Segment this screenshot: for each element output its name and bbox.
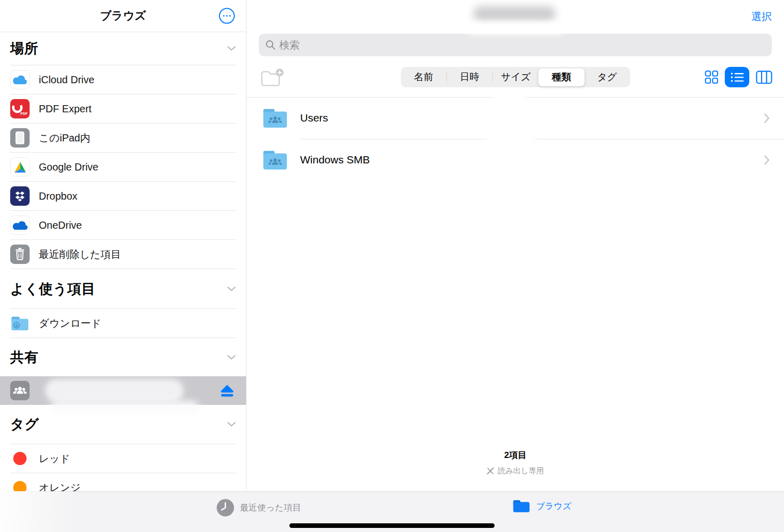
tab-recents[interactable]: 最近使った項目	[216, 499, 301, 517]
sidebar-item-recently-deleted[interactable]: 最近削除した項目	[0, 240, 246, 269]
sidebar-item-dropbox[interactable]: Dropbox	[0, 182, 246, 210]
sidebar-item-google-drive[interactable]: Google Drive	[0, 153, 246, 181]
sort-segment-size[interactable]: サイズ	[493, 67, 538, 87]
dropbox-icon	[10, 186, 30, 206]
item-label: 最近削除した項目	[39, 248, 121, 261]
sidebar: ブラウズ 場所 iCloud Drive PDF PDF Expert	[0, 0, 247, 491]
ipad-icon	[10, 128, 30, 148]
home-indicator[interactable]	[289, 523, 495, 528]
item-label: OneDrive	[39, 220, 82, 231]
tab-browse-selected[interactable]: ブラウズ	[512, 499, 572, 514]
section-label-locations: 場所	[10, 39, 38, 58]
file-name: Windows SMB	[300, 154, 764, 166]
icloud-drive-icon	[10, 70, 30, 89]
readonly-pencil-slash-icon	[486, 467, 495, 475]
section-label-tags: タグ	[10, 415, 39, 433]
pdf-expert-icon: PDF	[10, 99, 30, 118]
new-folder-button[interactable]	[260, 68, 284, 90]
sidebar-titlebar: ブラウズ	[0, 0, 246, 32]
readonly-status: 読み出し専用	[247, 466, 784, 476]
tabbar-fade	[0, 491, 77, 532]
readonly-label: 読み出し専用	[498, 466, 544, 476]
sidebar-item-shared-server[interactable]	[0, 376, 246, 405]
item-label: ダウンロード	[39, 317, 101, 330]
more-options-button[interactable]	[219, 8, 235, 24]
red-tag-icon	[10, 449, 30, 468]
sort-segment-kind[interactable]: 種類	[538, 67, 584, 87]
item-label: PDF Expert	[39, 103, 91, 115]
item-label: このiPad内	[39, 131, 90, 145]
toolbar: 名前 日時 サイズ 種類 タグ	[247, 65, 784, 89]
item-label: iCloud Drive	[39, 74, 94, 86]
redacted-window-title	[473, 6, 556, 21]
redacted-server-name	[45, 379, 184, 402]
sidebar-item-tag-red[interactable]: レッド	[0, 444, 246, 473]
section-label-shared: 共有	[10, 348, 38, 367]
view-switcher	[705, 67, 772, 87]
sidebar-item-this-ipad[interactable]: このiPad内	[0, 124, 246, 152]
shared-server-icon	[10, 381, 30, 400]
main-content: 選択 名前 日時 サイズ	[247, 0, 784, 491]
sidebar-item-onedrive[interactable]: OneDrive	[0, 211, 246, 239]
item-count: 2項目	[247, 449, 784, 461]
onedrive-icon	[10, 215, 30, 235]
chevron-down-icon[interactable]	[227, 422, 236, 427]
tab-label: 最近使った項目	[240, 502, 301, 514]
tab-bar: 最近使った項目 ブラウズ	[0, 491, 784, 532]
section-header-locations[interactable]: 場所	[0, 32, 246, 65]
chevron-right-icon	[764, 113, 770, 123]
column-view-button[interactable]	[756, 70, 772, 84]
sort-segment-date[interactable]: 日時	[447, 67, 492, 87]
chevron-down-icon[interactable]	[227, 46, 236, 51]
redaction-smudge	[467, 22, 564, 35]
section-header-favorites[interactable]: よく使う項目	[0, 269, 246, 308]
sidebar-item-downloads[interactable]: ダウンロード	[0, 309, 246, 337]
tab-label: ブラウズ	[536, 500, 572, 512]
google-drive-icon	[10, 157, 30, 177]
chevron-down-icon[interactable]	[227, 286, 236, 292]
list-view-button-selected[interactable]	[725, 67, 749, 87]
folder-icon	[512, 499, 530, 514]
redaction-smudge	[51, 401, 199, 414]
trash-icon	[10, 245, 30, 264]
sidebar-item-icloud-drive[interactable]: iCloud Drive	[0, 65, 246, 94]
section-header-shared[interactable]: 共有	[0, 338, 246, 376]
sort-segment-name[interactable]: 名前	[401, 67, 446, 87]
downloads-folder-icon	[10, 313, 30, 333]
status-footer: 2項目 読み出し専用	[247, 449, 784, 476]
clock-icon	[216, 499, 234, 517]
item-label: Google Drive	[39, 161, 99, 173]
item-label: Dropbox	[39, 190, 78, 202]
sort-segment-tags[interactable]: タグ	[584, 67, 630, 87]
list-view-icon	[730, 72, 744, 83]
sort-segmented-control: 名前 日時 サイズ 種類 タグ	[401, 67, 630, 87]
shared-folder-icon	[262, 105, 288, 131]
chevron-down-icon[interactable]	[227, 355, 236, 360]
eject-button[interactable]	[219, 384, 235, 397]
grid-view-button[interactable]	[705, 70, 718, 84]
search-input[interactable]	[279, 39, 765, 51]
chevron-right-icon	[764, 155, 770, 165]
section-label-favorites: よく使う項目	[10, 280, 95, 298]
files-app: ブラウズ 場所 iCloud Drive PDF PDF Expert	[0, 0, 784, 532]
search-icon	[265, 40, 276, 50]
item-label: レッド	[39, 452, 70, 466]
search-bar[interactable]	[259, 34, 772, 56]
select-button[interactable]: 選択	[751, 10, 772, 23]
redaction-smudge	[492, 90, 527, 103]
redaction-smudge	[486, 128, 535, 150]
shared-folder-icon	[262, 147, 288, 173]
sidebar-item-pdf-expert[interactable]: PDF PDF Expert	[0, 94, 246, 123]
file-name: Users	[300, 112, 764, 124]
svg-text:PDF: PDF	[20, 112, 28, 115]
sidebar-title: ブラウズ	[100, 8, 146, 23]
